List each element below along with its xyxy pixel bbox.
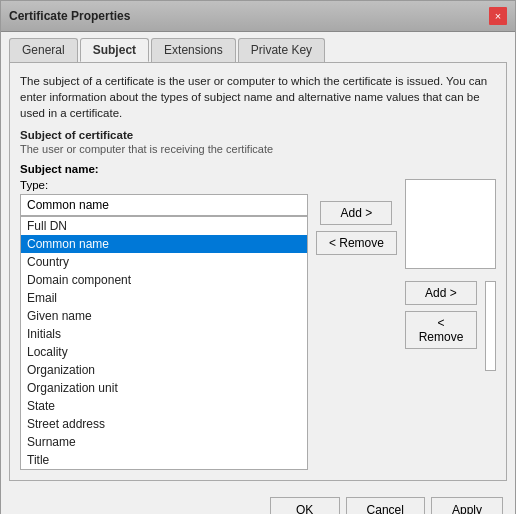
section-sublabel: The user or computer that is receiving t… xyxy=(20,143,496,155)
list-item[interactable]: Email xyxy=(21,289,307,307)
cancel-button[interactable]: Cancel xyxy=(346,497,425,514)
list-item[interactable]: Organization xyxy=(21,361,307,379)
tab-general[interactable]: General xyxy=(9,38,78,62)
list-item[interactable]: Domain component xyxy=(21,271,307,289)
right-section: Add > < Remove xyxy=(405,179,496,371)
tab-subject[interactable]: Subject xyxy=(80,38,149,62)
dropdown-list: Full DN Common name Country Domain compo… xyxy=(20,216,308,470)
add-button[interactable]: Add > xyxy=(320,201,392,225)
tab-bar: General Subject Extensions Private Key xyxy=(1,32,515,62)
list-item[interactable]: Organization unit xyxy=(21,379,307,397)
left-panel: Type: Common name Full DN Common name Co… xyxy=(20,179,308,470)
remove-button-2[interactable]: < Remove xyxy=(405,311,477,349)
list-item[interactable]: Initials xyxy=(21,325,307,343)
middle-buttons-top: Add > < Remove xyxy=(316,179,397,255)
close-button[interactable]: × xyxy=(489,7,507,25)
list-item[interactable]: Street address xyxy=(21,415,307,433)
list-item[interactable]: State xyxy=(21,397,307,415)
tab-extensions[interactable]: Extensions xyxy=(151,38,236,62)
footer: OK Cancel Apply xyxy=(1,489,515,514)
right-box-bottom xyxy=(485,281,496,371)
list-item[interactable]: Title xyxy=(21,451,307,469)
add-button-2[interactable]: Add > xyxy=(405,281,477,305)
list-item[interactable]: Country xyxy=(21,253,307,271)
tab-content: The subject of a certificate is the user… xyxy=(9,62,507,481)
list-item[interactable]: Full DN xyxy=(21,217,307,235)
subject-name-label: Subject name: xyxy=(20,163,496,175)
list-item[interactable]: Given name xyxy=(21,307,307,325)
right-box-top xyxy=(405,179,496,269)
subject-panel: Type: Common name Full DN Common name Co… xyxy=(20,179,496,470)
type-label: Type: xyxy=(20,179,308,191)
tab-private-key[interactable]: Private Key xyxy=(238,38,325,62)
main-window: Certificate Properties × General Subject… xyxy=(0,0,516,514)
section-label: Subject of certificate xyxy=(20,129,496,141)
list-item[interactable]: Common name xyxy=(21,235,307,253)
bottom-row: Add > < Remove xyxy=(405,281,496,371)
type-dropdown[interactable]: Common name xyxy=(20,194,308,216)
list-item[interactable]: Surname xyxy=(21,433,307,451)
dropdown-wrapper: Common name xyxy=(20,194,308,216)
remove-button[interactable]: < Remove xyxy=(316,231,397,255)
bottom-btns: Add > < Remove xyxy=(405,281,477,349)
apply-button[interactable]: Apply xyxy=(431,497,503,514)
ok-button[interactable]: OK xyxy=(270,497,340,514)
title-bar: Certificate Properties × xyxy=(1,1,515,32)
list-item[interactable]: Locality xyxy=(21,343,307,361)
window-title: Certificate Properties xyxy=(9,9,130,23)
description-text: The subject of a certificate is the user… xyxy=(20,73,496,121)
